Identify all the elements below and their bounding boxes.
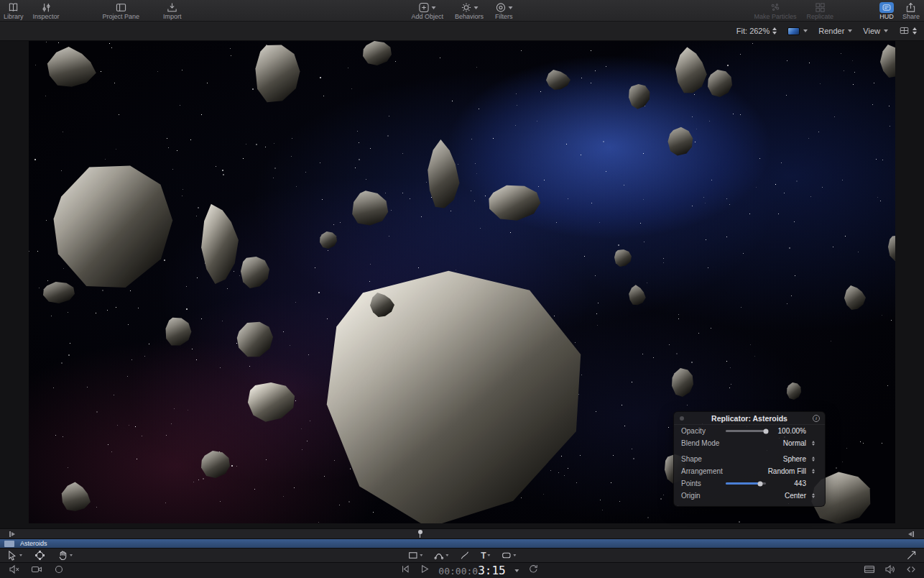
- dropdown-arrows-icon[interactable]: [808, 441, 818, 446]
- add-object-button[interactable]: Add Object: [411, 0, 443, 20]
- fit-zoom-label: Fit: 262%: [736, 27, 770, 35]
- hud-label: HUD: [879, 14, 894, 20]
- behaviors-label: Behaviors: [455, 14, 484, 20]
- audio-mute-icon[interactable]: [9, 564, 20, 578]
- go-to-start-button[interactable]: [399, 564, 410, 577]
- behaviors-gear-icon: [461, 2, 478, 13]
- hud-row-opacity: Opacity 100.00%: [674, 425, 825, 437]
- channels-swatch-control[interactable]: [787, 27, 808, 35]
- blend-mode-value[interactable]: Normal: [783, 439, 806, 447]
- share-button[interactable]: Share: [902, 0, 920, 20]
- asteroid: [627, 283, 647, 307]
- arrangement-value[interactable]: Random Fill: [768, 467, 806, 475]
- shape-value[interactable]: Sphere: [783, 455, 806, 463]
- filters-button[interactable]: Filters: [495, 0, 513, 20]
- track-thumbnail: [4, 541, 14, 547]
- canvas-area: Replicator: Asteroids i Opacity 100.00% …: [0, 41, 924, 528]
- view-menu[interactable]: View: [863, 27, 888, 35]
- play-range-start-marker[interactable]: [9, 531, 16, 537]
- opacity-slider-knob[interactable]: [764, 428, 769, 434]
- mask-shape-tool[interactable]: [502, 550, 517, 561]
- project-pane-button[interactable]: Project Pane: [103, 0, 140, 20]
- toolbar-left-group: Library Inspector Project Pane Import: [0, 0, 182, 20]
- shape-label: Shape: [681, 455, 702, 463]
- hud-row-points: Points 443: [674, 477, 825, 490]
- project-pane-icon: [116, 2, 126, 13]
- chevron-down-icon: [445, 554, 448, 556]
- asteroid: [43, 282, 75, 303]
- asteroid: [320, 231, 337, 249]
- record-button[interactable]: [53, 564, 65, 578]
- points-slider-fill: [726, 482, 760, 485]
- camera-icon[interactable]: [31, 564, 42, 578]
- timecode-display[interactable]: 00:00:0 3:15: [438, 564, 505, 577]
- asteroid: [425, 135, 463, 216]
- asteroid: [201, 451, 230, 478]
- chevron-down-icon: [803, 29, 808, 32]
- origin-value[interactable]: Center: [785, 492, 806, 500]
- points-value[interactable]: 443: [772, 480, 806, 487]
- render-menu[interactable]: Render: [818, 27, 852, 35]
- points-slider-knob[interactable]: [757, 481, 762, 486]
- play-button[interactable]: [419, 564, 430, 577]
- pan-hand-tool[interactable]: [57, 550, 73, 561]
- paint-stroke-tool[interactable]: [459, 550, 470, 561]
- zoom-stepper-icon[interactable]: [772, 27, 777, 35]
- audio-output-icon[interactable]: [884, 564, 896, 578]
- fit-zoom-control[interactable]: Fit: 262%: [736, 27, 777, 35]
- text-tool[interactable]: T: [481, 550, 490, 561]
- playhead[interactable]: [420, 531, 420, 538]
- chevron-down-icon: [19, 554, 22, 556]
- play-range-end-marker[interactable]: [907, 531, 914, 537]
- mini-timeline-ruler[interactable]: [0, 528, 924, 538]
- chevron-down-icon: [432, 6, 436, 9]
- dropdown-arrows-icon[interactable]: [808, 457, 818, 462]
- chevron-down-icon: [884, 29, 888, 32]
- letterbox-view-icon[interactable]: [864, 564, 875, 578]
- adjust-item-tool[interactable]: [34, 550, 45, 561]
- behaviors-button[interactable]: Behaviors: [455, 0, 484, 20]
- dropdown-arrows-icon[interactable]: [808, 469, 818, 474]
- import-button[interactable]: Import: [163, 0, 182, 20]
- layout-stepper-icon[interactable]: [913, 27, 917, 35]
- info-icon[interactable]: i: [813, 415, 820, 422]
- top-toolbar: Library Inspector Project Pane Import: [0, 0, 924, 22]
- timecode-menu-chevron-icon[interactable]: [515, 569, 519, 572]
- double-chevron-icon[interactable]: [905, 564, 917, 578]
- chevron-down-icon: [848, 29, 852, 32]
- opacity-slider[interactable]: [726, 430, 766, 432]
- canvas-option-bar: Fit: 262% Render View: [0, 22, 924, 41]
- tools-center-group: T: [407, 550, 516, 561]
- share-icon: [905, 2, 916, 13]
- bezier-tool[interactable]: [433, 550, 448, 561]
- hud-button[interactable]: HUD: [879, 0, 894, 20]
- replicate-icon: [815, 2, 826, 13]
- asteroid: [200, 200, 240, 286]
- opacity-label: Opacity: [681, 427, 706, 435]
- points-slider[interactable]: [726, 482, 766, 485]
- make-particles-button: Make Particles: [754, 0, 796, 20]
- inspector-button[interactable]: Inspector: [33, 0, 60, 20]
- opacity-slider-fill: [726, 430, 766, 432]
- loop-playback-icon[interactable]: [528, 564, 539, 577]
- transport-center-group: 00:00:0 3:15: [399, 564, 538, 577]
- asteroid: [310, 254, 603, 523]
- chevron-down-icon: [508, 6, 512, 9]
- select-transform-tool[interactable]: [7, 550, 22, 561]
- opacity-value[interactable]: 100.00%: [772, 427, 806, 435]
- mini-timeline-track[interactable]: Asteroids: [0, 538, 924, 548]
- transport-bar: 00:00:0 3:15: [0, 562, 924, 578]
- library-button[interactable]: Library: [4, 0, 24, 20]
- motion-window: Library Inspector Project Pane Import: [0, 0, 924, 578]
- import-icon: [167, 2, 177, 13]
- rectangle-shape-tool[interactable]: [407, 550, 422, 561]
- layout-grid-icon: [899, 26, 910, 37]
- asteroid: [880, 45, 895, 78]
- dropdown-arrows-icon[interactable]: [808, 493, 818, 498]
- asteroid: [673, 45, 709, 97]
- tools-left-group: [0, 550, 73, 561]
- timeline-expand-icon[interactable]: [906, 550, 917, 561]
- layout-grid-control[interactable]: [899, 26, 917, 37]
- hud-titlebar[interactable]: Replicator: Asteroids i: [674, 412, 825, 425]
- asteroid: [163, 316, 193, 349]
